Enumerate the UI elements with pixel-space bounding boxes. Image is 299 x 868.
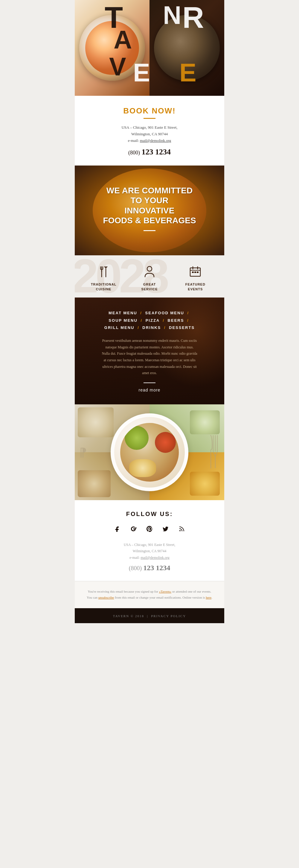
- food-image-right: [154, 15, 220, 81]
- online-version-link[interactable]: here: [206, 596, 211, 599]
- service-icon: [142, 264, 157, 279]
- follow-section: FOLLOW US:: [75, 500, 224, 581]
- feature-events-line2: EVENTS: [188, 287, 203, 291]
- footer-address: USA – Chicago, 901 Easte E Street, Wilmi…: [84, 542, 215, 561]
- follow-title: FOLLOW US:: [84, 510, 215, 518]
- committed-text: WE ARE COMMITTED TO YOUR INNOVATIVE FOOD…: [94, 170, 205, 250]
- footer-left-text: TAVERN © 2018: [113, 614, 144, 618]
- disclaimer-text-before: You're receiving this email because you …: [88, 590, 159, 593]
- footer-address-line2: Wilmington, CA 90744: [133, 549, 167, 553]
- menu-divider: [143, 382, 156, 383]
- footer-address-line1: USA – Chicago, 901 Easte E Street,: [124, 542, 175, 547]
- feature-traditional-cuisine: TRADITIONAL CUISINE: [81, 264, 127, 291]
- book-title: BOOK NOW!: [84, 106, 215, 116]
- svg-rect-13: [197, 272, 199, 273]
- fork-left-icon: ⁋: [79, 445, 87, 459]
- feature-label-cuisine: TRADITIONAL CUISINE: [84, 282, 124, 291]
- rss-icon[interactable]: [176, 524, 187, 534]
- committed-line1: WE ARE COMMITTED: [106, 186, 193, 195]
- phone-area: (800): [128, 150, 140, 156]
- brand-link[interactable]: «Tavern»: [159, 590, 171, 593]
- book-phone: (800) 123 1234: [84, 148, 215, 157]
- disclaimer-text: You're receiving this email because you …: [87, 589, 212, 601]
- privacy-policy-link[interactable]: PRIVACY POLICY: [151, 614, 186, 618]
- feature-label-service: GREAT SERVICE: [130, 282, 169, 291]
- svg-rect-12: [194, 272, 196, 273]
- svg-rect-11: [192, 272, 194, 273]
- page-wrapper: T A V E N R E BOOK NOW! USA – Chicago, 9…: [75, 0, 224, 623]
- email-label: e-mail:: [128, 138, 139, 143]
- email-link[interactable]: mail@demolink.org: [140, 138, 171, 143]
- menu-items: MEAT MENU / SEAFOOD MENU / SOUP MENU / P…: [84, 309, 215, 332]
- footer-email-label: e-mail:: [130, 556, 140, 560]
- address-line1: USA – Chicago, 901 Easte E Street,: [122, 125, 177, 130]
- footer-phone-number: 123 1234: [143, 564, 170, 572]
- phone-number: 123 1234: [142, 148, 171, 156]
- committed-line2: TO YOUR: [131, 196, 169, 205]
- feature-great-service: GREAT SERVICE: [127, 264, 172, 291]
- footer-email-link[interactable]: mail@demolink.org: [140, 556, 169, 560]
- svg-line-17: [215, 452, 218, 456]
- menu-content: MEAT MENU / SEAFOOD MENU / SOUP MENU / P…: [84, 309, 215, 393]
- feature-service-line2: SERVICE: [141, 287, 158, 291]
- book-section: BOOK NOW! USA – Chicago, 901 Easte E Str…: [75, 96, 224, 165]
- feature-events-line1: FEATURED: [186, 283, 205, 286]
- feature-label-line2: CUISINE: [96, 287, 111, 291]
- events-icon: [188, 264, 203, 279]
- read-more-link[interactable]: read more: [84, 388, 215, 393]
- menu-description: Praesent vestibulum aenean nonummy ender…: [102, 338, 197, 376]
- facebook-icon[interactable]: [112, 524, 123, 534]
- google-plus-icon[interactable]: [128, 524, 139, 534]
- pinterest-icon[interactable]: [144, 524, 155, 534]
- menu-section: MEAT MENU / SEAFOOD MENU / SOUP MENU / P…: [75, 298, 224, 404]
- hero-background: [75, 0, 224, 96]
- address-line2: Wilmington, CA 90744: [131, 132, 168, 136]
- book-address: USA – Chicago, 901 Easte E Street, Wilmi…: [84, 124, 215, 144]
- book-divider: [143, 118, 156, 119]
- feature-service-line1: GREAT: [143, 283, 156, 286]
- committed-line3: INNOVATIVE: [125, 206, 175, 215]
- footer-copyright: TAVERN © 2018 | PRIVACY POLICY: [113, 614, 186, 618]
- svg-point-22: [179, 530, 180, 531]
- features-section: 2028 TRADITIO: [75, 255, 224, 298]
- committed-title: WE ARE COMMITTED TO YOUR INNOVATIVE FOOD…: [103, 186, 196, 226]
- footer-separator: |: [147, 614, 148, 618]
- footer-phone-area: (800): [129, 565, 142, 571]
- feature-featured-events: FEATURED EVENTS: [172, 264, 218, 291]
- twitter-icon[interactable]: [160, 524, 171, 534]
- unsubscribe-link[interactable]: unsubscribe: [98, 596, 114, 599]
- hero-right-panel: [150, 0, 224, 96]
- food-image-left: [79, 15, 145, 81]
- committed-divider: [143, 230, 156, 231]
- cuisine-icon: [96, 264, 111, 279]
- disclaimer-text-after: from this email or change your email not…: [114, 596, 206, 599]
- disclaimer-section: You're receiving this email because you …: [75, 581, 224, 608]
- bottom-bar: TAVERN © 2018 | PRIVACY POLICY: [75, 608, 224, 623]
- features-grid: TRADITIONAL CUISINE GREAT SERVICE: [75, 264, 224, 291]
- committed-line4: FOODS & BEVERAGES: [103, 216, 196, 225]
- committed-section: WE ARE COMMITTED TO YOUR INNOVATIVE FOOD…: [75, 165, 224, 255]
- footer-phone: (800) 123 1234: [84, 564, 215, 572]
- feature-label-events: FEATURED EVENTS: [175, 282, 215, 291]
- feature-label-line1: TRADITIONAL: [91, 283, 117, 286]
- collage-section: ⁋: [75, 404, 224, 500]
- social-icons-group: [84, 524, 215, 534]
- hero-section: T A V E N R E: [75, 0, 224, 96]
- svg-point-6: [147, 267, 152, 271]
- disclaimer-text-end: .: [211, 596, 212, 599]
- knife-right-icon: [208, 434, 214, 471]
- hero-left-panel: [75, 0, 150, 96]
